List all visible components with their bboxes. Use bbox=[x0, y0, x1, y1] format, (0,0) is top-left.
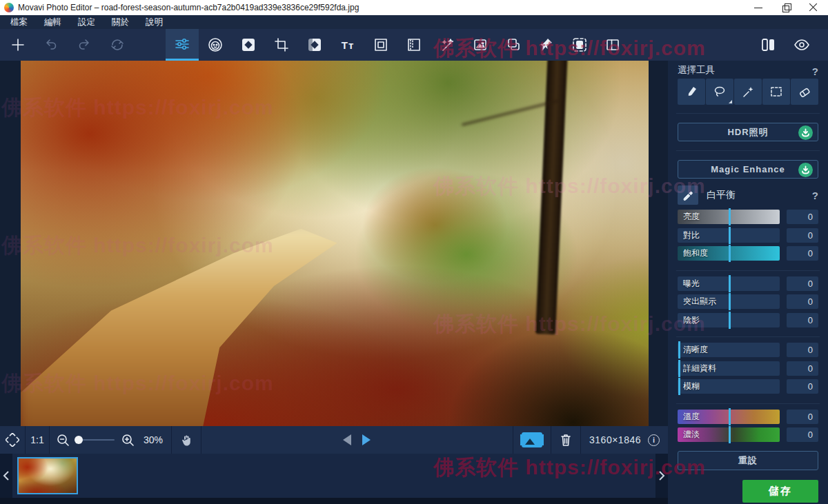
tab-text[interactable]: Tт bbox=[331, 29, 364, 61]
before-after-icon bbox=[760, 37, 777, 52]
slider-handle[interactable] bbox=[729, 275, 731, 292]
image-dimensions: 3160×1846 bbox=[589, 434, 641, 445]
slider-handle[interactable] bbox=[678, 360, 680, 377]
eye-icon bbox=[793, 37, 810, 52]
tint-slider[interactable]: 濃淡 bbox=[678, 427, 780, 442]
details-slider[interactable]: 詳細資料 bbox=[678, 361, 780, 376]
minimize-button[interactable] bbox=[753, 3, 763, 12]
menu-help[interactable]: 說明 bbox=[141, 15, 168, 30]
restore-button[interactable] bbox=[781, 3, 791, 12]
slider-handle[interactable] bbox=[729, 293, 731, 310]
photo-road bbox=[21, 229, 473, 426]
fit-to-screen-button[interactable] bbox=[0, 426, 25, 454]
selection-tools-help-button[interactable]: ? bbox=[812, 65, 818, 77]
temperature-slider[interactable]: 溫度 bbox=[678, 410, 780, 424]
tab-adjustments[interactable] bbox=[166, 29, 199, 61]
zoom-in-button[interactable] bbox=[120, 426, 135, 454]
preview-button[interactable] bbox=[785, 29, 818, 61]
exposure-value[interactable]: 0 bbox=[787, 276, 818, 291]
magic-enhance-button[interactable]: Magic Enhance bbox=[678, 160, 818, 179]
filmstrip-panel bbox=[0, 454, 668, 498]
tab-background[interactable] bbox=[464, 29, 497, 61]
contrast-slider[interactable]: 對比 bbox=[678, 228, 780, 243]
rotate-button[interactable] bbox=[101, 29, 134, 61]
zoom-slider-handle[interactable] bbox=[75, 436, 83, 444]
slider-handle[interactable] bbox=[729, 408, 731, 425]
blur-value[interactable]: 0 bbox=[787, 379, 818, 394]
menu-settings[interactable]: 設定 bbox=[73, 15, 100, 30]
brush-tool-button[interactable] bbox=[678, 79, 705, 105]
save-button[interactable]: 儲存 bbox=[742, 480, 818, 503]
eraser-tool-button[interactable] bbox=[791, 79, 818, 105]
filmstrip-toggle-button[interactable] bbox=[513, 426, 551, 454]
marquee-tool-button[interactable] bbox=[762, 79, 790, 105]
undo-button[interactable] bbox=[34, 29, 68, 61]
slider-handle[interactable] bbox=[729, 312, 731, 329]
actual-size-button[interactable]: 1:1 bbox=[26, 426, 49, 454]
slider-handle[interactable] bbox=[678, 378, 680, 395]
saturation-value[interactable]: 0 bbox=[787, 246, 818, 261]
tab-clone[interactable] bbox=[497, 29, 530, 61]
photo-thumbnail-selected[interactable] bbox=[17, 457, 78, 494]
info-icon[interactable]: i bbox=[648, 434, 660, 446]
reset-button[interactable]: 重設 bbox=[678, 451, 818, 470]
redo-button[interactable] bbox=[68, 29, 101, 61]
next-photo-button[interactable] bbox=[362, 434, 371, 445]
tab-effects[interactable] bbox=[232, 29, 265, 61]
previous-photo-button[interactable] bbox=[343, 434, 351, 445]
tab-filters[interactable] bbox=[298, 29, 331, 61]
slider-row: 濃淡 0 bbox=[678, 427, 818, 442]
brightness-value[interactable]: 0 bbox=[787, 210, 818, 224]
tint-value[interactable]: 0 bbox=[787, 427, 818, 442]
blur-slider[interactable]: 模糊 bbox=[678, 379, 780, 394]
zoom-out-button[interactable] bbox=[55, 426, 70, 454]
close-button[interactable] bbox=[809, 3, 818, 12]
tab-magic-erase[interactable] bbox=[431, 29, 464, 61]
details-value[interactable]: 0 bbox=[787, 361, 818, 376]
frame-icon bbox=[373, 37, 388, 52]
tab-frames[interactable] bbox=[364, 29, 397, 61]
white-balance-eyedropper-button[interactable] bbox=[678, 185, 698, 205]
tab-denoise[interactable] bbox=[397, 29, 431, 61]
tab-collage[interactable] bbox=[596, 29, 629, 61]
add-photo-button[interactable] bbox=[1, 29, 34, 61]
tab-stickers[interactable] bbox=[563, 29, 596, 61]
adjustments-panel: 選擇工具 ? HDR照明 bbox=[668, 61, 828, 504]
highlights-slider[interactable]: 突出顯示 bbox=[678, 294, 780, 309]
slider-handle[interactable] bbox=[678, 341, 680, 359]
slider-handle[interactable] bbox=[729, 208, 731, 225]
white-balance-help-button[interactable]: ? bbox=[812, 190, 818, 201]
slider-handle[interactable] bbox=[729, 227, 731, 244]
menu-about[interactable]: 關於 bbox=[107, 15, 134, 30]
slider-handle[interactable] bbox=[729, 245, 731, 262]
menu-edit[interactable]: 編輯 bbox=[39, 15, 66, 30]
clarity-value[interactable]: 0 bbox=[787, 343, 818, 357]
text-tool-icon: Tт bbox=[342, 39, 355, 51]
hdr-lighting-button[interactable]: HDR照明 bbox=[678, 123, 818, 141]
filmstrip-scroll-right-button[interactable] bbox=[656, 454, 668, 498]
download-badge-icon bbox=[798, 125, 813, 140]
photo-canvas[interactable] bbox=[21, 61, 649, 426]
shadows-slider[interactable]: 陰影 bbox=[678, 313, 780, 327]
saturation-slider[interactable]: 飽和度 bbox=[678, 246, 780, 261]
clarity-slider[interactable]: 清晰度 bbox=[678, 343, 780, 357]
menu-file[interactable]: 檔案 bbox=[6, 15, 32, 30]
delete-photo-button[interactable] bbox=[551, 426, 580, 454]
tab-crop[interactable] bbox=[265, 29, 298, 61]
filmstrip-scroll-left-button[interactable] bbox=[0, 454, 12, 498]
hand-tool-button[interactable] bbox=[172, 426, 201, 454]
brightness-slider[interactable]: 亮度 bbox=[678, 210, 780, 224]
zoom-slider[interactable] bbox=[76, 439, 115, 441]
compare-button[interactable] bbox=[752, 29, 785, 61]
shadows-value[interactable]: 0 bbox=[787, 313, 818, 327]
magic-wand-tool-button[interactable] bbox=[734, 79, 762, 105]
contrast-value[interactable]: 0 bbox=[787, 228, 818, 243]
highlights-value[interactable]: 0 bbox=[787, 294, 818, 309]
tab-retouch[interactable] bbox=[199, 29, 232, 61]
lasso-tool-button[interactable] bbox=[706, 79, 733, 105]
exposure-slider[interactable]: 曝光 bbox=[678, 276, 780, 291]
eraser-icon bbox=[798, 85, 811, 99]
temperature-value[interactable]: 0 bbox=[787, 410, 818, 424]
slider-handle[interactable] bbox=[729, 426, 731, 443]
tab-pin[interactable] bbox=[530, 29, 563, 61]
